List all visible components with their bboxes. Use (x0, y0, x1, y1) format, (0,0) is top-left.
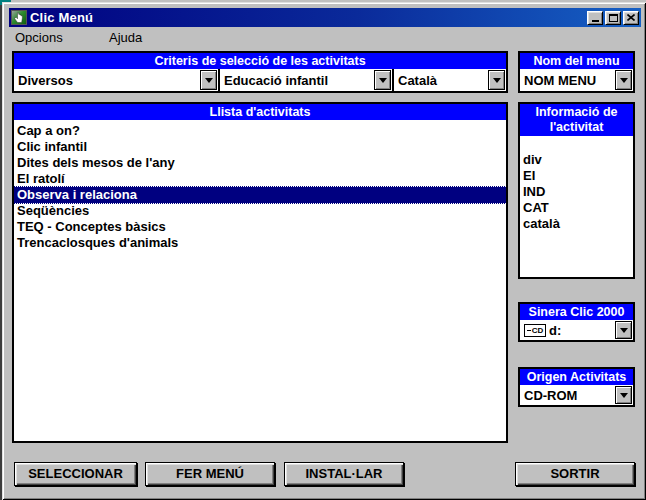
origin-combobox-value: CD-ROM (524, 388, 577, 403)
origin-panel: Origen Activitats CD-ROM (518, 367, 635, 407)
app-window: Clic Menú Opcions Ajuda Criteris de sele… (2, 2, 646, 500)
info-line: català (523, 216, 633, 232)
maximize-icon (609, 14, 618, 22)
info-line: IND (523, 184, 633, 200)
close-button[interactable] (623, 11, 639, 25)
chevron-down-icon (205, 78, 213, 83)
chevron-down-icon (620, 393, 628, 398)
menu-name-combobox[interactable]: NOM MENU (520, 69, 633, 91)
hand-cursor-icon (13, 12, 25, 24)
list-item[interactable]: Dites dels mesos de l'any (14, 155, 506, 171)
origin-header: Origen Activitats (520, 369, 633, 385)
list-item[interactable]: Trencaclosques d'animals (14, 235, 506, 251)
language-combobox[interactable]: Català (394, 69, 506, 91)
installar-button[interactable]: INSTAL·LAR (284, 462, 404, 486)
chevron-down-icon (620, 328, 628, 333)
list-item[interactable]: Clic infantil (14, 139, 506, 155)
window-title: Clic Menú (30, 10, 93, 25)
info-line: CAT (523, 200, 633, 216)
activity-info-header-line1: Informació de (520, 105, 633, 120)
menu-name-panel: Nom del menu NOM MENU (518, 51, 635, 93)
area-combobox-value: Diversos (18, 73, 73, 88)
sinera-header: Sinera Clic 2000 (520, 304, 633, 320)
criteria-panel: Criteris de selecció de les activitats D… (12, 51, 508, 93)
clic-app-icon (11, 10, 27, 25)
list-item[interactable]: El ratolí (14, 171, 506, 187)
menu-name-header: Nom del menu (520, 53, 633, 69)
close-icon (627, 14, 635, 21)
area-combobox-arrow-button[interactable] (200, 70, 217, 90)
drive-combobox-arrow-button[interactable] (615, 321, 632, 339)
drive-combobox-value: d: (549, 323, 561, 338)
list-item[interactable]: Cap a on? (14, 123, 506, 139)
info-line: EI (523, 168, 633, 184)
activities-header: Llista d'activitats (14, 104, 506, 120)
menu-name-value: NOM MENU (524, 73, 596, 88)
sortir-button[interactable]: SORTIR (515, 462, 635, 486)
list-item-selected[interactable]: Observa i relaciona (14, 187, 506, 203)
sinera-panel: Sinera Clic 2000 CD d: (518, 302, 635, 342)
activities-listbox[interactable]: Cap a on? Clic infantil Dites dels mesos… (14, 120, 506, 441)
level-combobox-value: Educació infantil (224, 73, 328, 88)
area-combobox[interactable]: Diversos (14, 69, 218, 91)
seleccionar-button[interactable]: SELECCIONAR (14, 462, 137, 486)
drive-combobox[interactable]: CD d: (520, 320, 633, 340)
list-item[interactable]: TEQ - Conceptes bàsics (14, 219, 506, 235)
titlebar[interactable]: Clic Menú (9, 8, 641, 27)
menubar: Opcions Ajuda (9, 29, 641, 47)
activity-info-panel: Informació de l'activitat div EI IND CAT… (518, 102, 635, 279)
origin-combobox-arrow-button[interactable] (615, 386, 632, 404)
level-combobox[interactable]: Educació infantil (220, 69, 392, 91)
chevron-down-icon (493, 78, 501, 83)
language-combobox-value: Català (398, 73, 437, 88)
activity-info-header: Informació de l'activitat (520, 104, 633, 136)
activity-info-box: div EI IND CAT català (520, 136, 633, 275)
menu-ajuda[interactable]: Ajuda (109, 30, 142, 45)
info-line: div (523, 152, 633, 168)
maximize-button[interactable] (605, 11, 621, 25)
menu-name-arrow-button[interactable] (615, 70, 632, 90)
minimize-button[interactable] (587, 11, 603, 25)
chevron-down-icon (620, 78, 628, 83)
cd-drive-icon: CD (524, 324, 546, 337)
activity-info-header-line2: l'activitat (520, 120, 633, 135)
list-item[interactable]: Seqüències (14, 203, 506, 219)
chevron-down-icon (379, 78, 387, 83)
activities-panel: Llista d'activitats Cap a on? Clic infan… (12, 102, 508, 443)
language-combobox-arrow-button[interactable] (488, 70, 505, 90)
fer-menu-button[interactable]: FER MENÚ (145, 462, 275, 486)
minimize-icon (592, 20, 599, 22)
level-combobox-arrow-button[interactable] (374, 70, 391, 90)
criteria-header: Criteris de selecció de les activitats (14, 53, 506, 69)
menu-opcions[interactable]: Opcions (15, 30, 63, 45)
origin-combobox[interactable]: CD-ROM (520, 385, 633, 405)
